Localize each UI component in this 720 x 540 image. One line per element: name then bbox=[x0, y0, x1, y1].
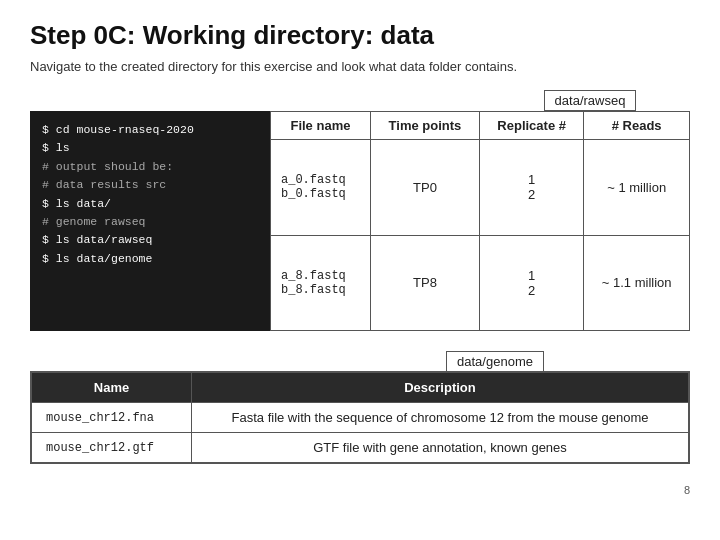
rawseq-section: data/rawseq $ cd mouse-rnaseq-2020 $ ls … bbox=[30, 90, 690, 331]
terminal-line-1: $ cd mouse-rnaseq-2020 bbox=[42, 121, 258, 139]
table-row: mouse_chr12.gtf GTF file with gene annot… bbox=[32, 433, 689, 463]
page-subtitle: Navigate to the created directory for th… bbox=[30, 59, 690, 74]
rawseq-reads-0: ~ 1 million bbox=[584, 140, 690, 236]
terminal-line-8: $ ls data/genome bbox=[42, 250, 258, 268]
genome-name-1: mouse_chr12.gtf bbox=[32, 433, 192, 463]
terminal-line-2: $ ls bbox=[42, 139, 258, 157]
terminal-line-3: # output should be: bbox=[42, 158, 258, 176]
genome-label: data/genome bbox=[446, 351, 544, 372]
rawseq-label: data/rawseq bbox=[544, 90, 637, 111]
table-row: a_8.fastqb_8.fastq TP8 12 ~ 1.1 million bbox=[271, 235, 690, 331]
terminal-line-7: $ ls data/rawseq bbox=[42, 231, 258, 249]
genome-name-0: mouse_chr12.fna bbox=[32, 403, 192, 433]
rawseq-col-replicate: Replicate # bbox=[479, 112, 583, 140]
rawseq-files-1: a_8.fastqb_8.fastq bbox=[271, 235, 371, 331]
terminal-line-6: # genome rawseq bbox=[42, 213, 258, 231]
rawseq-table: File name Time points Replicate # # Read… bbox=[270, 111, 690, 331]
rawseq-wrapper: $ cd mouse-rnaseq-2020 $ ls # output sho… bbox=[30, 111, 690, 331]
rawseq-col-timepoints: Time points bbox=[370, 112, 479, 140]
terminal-line-4: # data results src bbox=[42, 176, 258, 194]
table-row: mouse_chr12.fna Fasta file with the sequ… bbox=[32, 403, 689, 433]
rawseq-col-reads: # Reads bbox=[584, 112, 690, 140]
rawseq-files-0: a_0.fastqb_0.fastq bbox=[271, 140, 371, 236]
terminal-box: $ cd mouse-rnaseq-2020 $ ls # output sho… bbox=[30, 111, 270, 331]
rawseq-rep-1: 12 bbox=[479, 235, 583, 331]
rawseq-time-1: TP8 bbox=[370, 235, 479, 331]
table-row: a_0.fastqb_0.fastq TP0 12 ~ 1 million bbox=[271, 140, 690, 236]
genome-table-container: Name Description mouse_chr12.fna Fasta f… bbox=[30, 371, 690, 464]
genome-col-desc: Description bbox=[192, 373, 689, 403]
genome-col-name: Name bbox=[32, 373, 192, 403]
terminal-line-5: $ ls data/ bbox=[42, 195, 258, 213]
genome-table: Name Description mouse_chr12.fna Fasta f… bbox=[31, 372, 689, 463]
rawseq-time-0: TP0 bbox=[370, 140, 479, 236]
rawseq-reads-1: ~ 1.1 million bbox=[584, 235, 690, 331]
page-title: Step 0C: Working directory: data bbox=[30, 20, 690, 51]
page-number: 8 bbox=[30, 484, 690, 496]
rawseq-col-filename: File name bbox=[271, 112, 371, 140]
genome-desc-0: Fasta file with the sequence of chromoso… bbox=[192, 403, 689, 433]
genome-desc-1: GTF file with gene annotation, known gen… bbox=[192, 433, 689, 463]
rawseq-rep-0: 12 bbox=[479, 140, 583, 236]
genome-section: data/genome Name Description mouse_chr12… bbox=[30, 351, 690, 464]
